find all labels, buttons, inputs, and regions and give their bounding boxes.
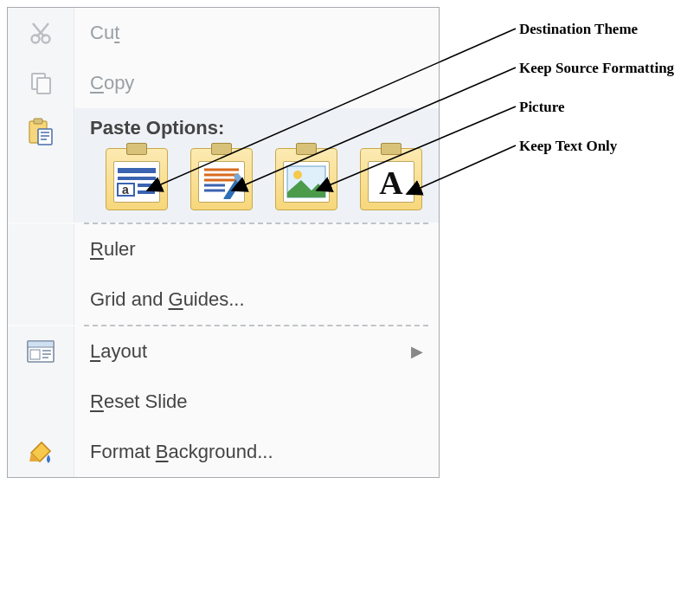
annotation-arrow — [0, 0, 700, 600]
svg-line-22 — [407, 145, 516, 194]
svg-line-20 — [232, 68, 516, 190]
svg-line-21 — [317, 106, 516, 190]
svg-line-19 — [147, 29, 516, 190]
